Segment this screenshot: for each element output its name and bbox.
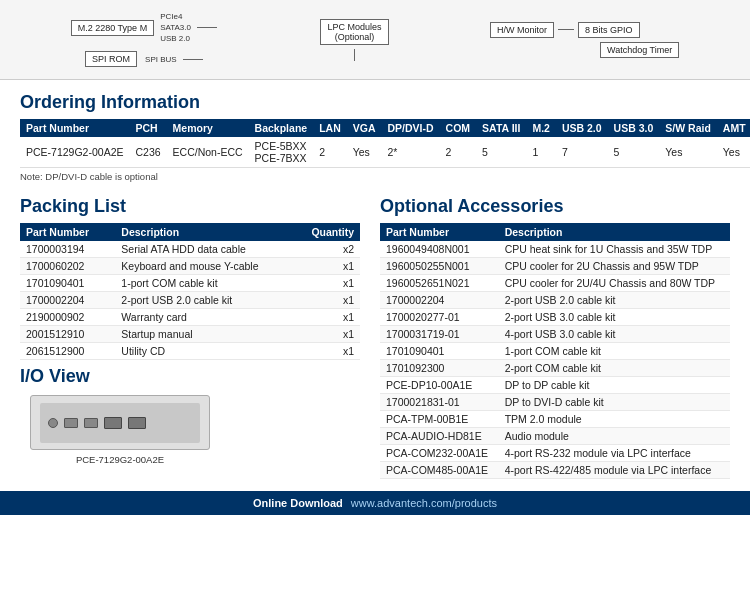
packing-row: 1700003194Serial ATA HDD data cablex2 (20, 241, 360, 258)
ordering-header-row: Part Number PCH Memory Backplane LAN VGA… (20, 119, 750, 137)
ordering-cell-13: Yes (717, 137, 750, 168)
packing-header-row: Part Number Description Quantity (20, 223, 360, 241)
optional-cell-part_number: PCA-TPM-00B1E (380, 411, 499, 428)
packing-col-qty: Quantity (305, 223, 360, 241)
ordering-col-amt: AMT (717, 119, 750, 137)
packing-col-desc: Description (115, 223, 305, 241)
ordering-col-backplane: Backplane (249, 119, 314, 137)
ordering-cell-0: PCE-7129G2-00A2E (20, 137, 129, 168)
packing-cell-quantity: x1 (305, 343, 360, 360)
optional-cell-description: 4-port USB 3.0 cable kit (499, 326, 730, 343)
io-port-4 (128, 417, 146, 429)
ordering-col-pch: PCH (129, 119, 166, 137)
footer-online-label: Online Download (253, 497, 343, 509)
ordering-col-part: Part Number (20, 119, 129, 137)
optional-cell-part_number: PCA-COM485-00A1E (380, 462, 499, 479)
io-port-2 (84, 418, 98, 428)
io-image-box: PCE-7129G2-00A2E (20, 395, 220, 465)
optional-header-row: Part Number Description (380, 223, 730, 241)
packing-cell-part_number: 1700003194 (20, 241, 115, 258)
optional-cell-description: Audio module (499, 428, 730, 445)
optional-cell-description: 4-port RS-232 module via LPC interface (499, 445, 730, 462)
optional-row: 17010904011-port COM cable kit (380, 343, 730, 360)
optional-cell-description: CPU cooler for 2U Chassis and 95W TDP (499, 258, 730, 275)
io-image (30, 395, 210, 450)
optional-col-desc: Description (499, 223, 730, 241)
optional-cell-part_number: 1701090401 (380, 343, 499, 360)
ordering-col-sata: SATA III (476, 119, 526, 137)
optional-row: PCA-TPM-00B1ETPM 2.0 module (380, 411, 730, 428)
optional-row: 1960052651N021CPU cooler for 2U/4U Chass… (380, 275, 730, 292)
io-title: I/O View (20, 366, 360, 387)
packing-cell-part_number: 2190000902 (20, 309, 115, 326)
optional-table: Part Number Description 1960049408N001CP… (380, 223, 730, 479)
footer-url: www.advantech.com/products (351, 497, 497, 509)
optional-cell-description: 2-port USB 2.0 cable kit (499, 292, 730, 309)
packing-cell-part_number: 2061512900 (20, 343, 115, 360)
optional-cell-part_number: 1700002204 (380, 292, 499, 309)
diagram-area: M.2 2280 Type M PCIe4 SATA3.0 USB 2.0 SP… (0, 0, 750, 80)
ordering-col-m2: M.2 (526, 119, 556, 137)
packing-cell-description: Serial ATA HDD data cable (115, 241, 305, 258)
optional-cell-description: 2-port COM cable kit (499, 360, 730, 377)
optional-col: Optional Accessories Part Number Descrip… (380, 196, 730, 479)
ordering-cell-5: Yes (347, 137, 382, 168)
packing-cell-description: Keyboard and mouse Y-cable (115, 258, 305, 275)
packing-cell-quantity: x2 (305, 241, 360, 258)
ordering-col-swraid: S/W Raid (659, 119, 717, 137)
optional-row: 1700020277-012-port USB 3.0 cable kit (380, 309, 730, 326)
optional-cell-part_number: PCA-AUDIO-HD81E (380, 428, 499, 445)
packing-row: 2061512900Utility CDx1 (20, 343, 360, 360)
packing-cell-quantity: x1 (305, 292, 360, 309)
ordering-cell-3: PCE-5BXXPCE-7BXX (249, 137, 314, 168)
optional-cell-part_number: 1960049408N001 (380, 241, 499, 258)
optional-row: 1960050255N001CPU cooler for 2U Chassis … (380, 258, 730, 275)
diag-left-group: M.2 2280 Type M PCIe4 SATA3.0 USB 2.0 SP… (71, 12, 219, 67)
ordering-col-com: COM (440, 119, 477, 137)
packing-cell-quantity: x1 (305, 309, 360, 326)
diag-box-lpc: LPC Modules(Optional) (320, 19, 388, 45)
packing-cell-part_number: 1700060202 (20, 258, 115, 275)
ordering-cell-2: ECC/Non-ECC (167, 137, 249, 168)
ordering-note: Note: DP/DVI-D cable is optional (20, 171, 730, 182)
optional-cell-part_number: PCA-COM232-00A1E (380, 445, 499, 462)
ordering-table: Part Number PCH Memory Backplane LAN VGA… (20, 119, 750, 168)
two-col-layout: Packing List Part Number Description Qua… (20, 196, 730, 479)
io-port-vga (48, 418, 58, 428)
optional-cell-part_number: PCE-DP10-00A1E (380, 377, 499, 394)
optional-row: 1700021831-01DP to DVI-D cable kit (380, 394, 730, 411)
ordering-cell-10: 7 (556, 137, 608, 168)
packing-cell-quantity: x1 (305, 326, 360, 343)
optional-cell-part_number: 1701092300 (380, 360, 499, 377)
ordering-col-dpdvid: DP/DVI-D (382, 119, 440, 137)
optional-row: PCA-AUDIO-HD81EAudio module (380, 428, 730, 445)
packing-cell-quantity: x1 (305, 275, 360, 292)
optional-cell-description: 2-port USB 3.0 cable kit (499, 309, 730, 326)
ordering-cell-8: 5 (476, 137, 526, 168)
optional-row: 1960049408N001CPU heat sink for 1U Chass… (380, 241, 730, 258)
ordering-cell-12: Yes (659, 137, 717, 168)
packing-row: 2190000902Warranty cardx1 (20, 309, 360, 326)
packing-cell-quantity: x1 (305, 258, 360, 275)
ordering-col-memory: Memory (167, 119, 249, 137)
packing-row: 17010904011-port COM cable kitx1 (20, 275, 360, 292)
optional-cell-part_number: 1960052651N021 (380, 275, 499, 292)
optional-cell-description: 1-port COM cable kit (499, 343, 730, 360)
packing-row: 17000022042-port USB 2.0 cable kitx1 (20, 292, 360, 309)
optional-cell-description: CPU cooler for 2U/4U Chassis and 80W TDP (499, 275, 730, 292)
optional-cell-description: TPM 2.0 module (499, 411, 730, 428)
optional-row: 1700031719-014-port USB 3.0 cable kit (380, 326, 730, 343)
packing-cell-part_number: 1700002204 (20, 292, 115, 309)
optional-cell-description: DP to DVI-D cable kit (499, 394, 730, 411)
optional-cell-part_number: 1960050255N001 (380, 258, 499, 275)
packing-cell-description: Startup manual (115, 326, 305, 343)
io-image-inner (40, 403, 200, 443)
optional-cell-part_number: 1700020277-01 (380, 309, 499, 326)
optional-title: Optional Accessories (380, 196, 730, 217)
ordering-cell-11: 5 (608, 137, 660, 168)
ordering-col-usb30: USB 3.0 (608, 119, 660, 137)
ordering-row: PCE-7129G2-00A2EC236ECC/Non-ECCPCE-5BXXP… (20, 137, 750, 168)
optional-row: 17010923002-port COM cable kit (380, 360, 730, 377)
diag-box-m2: M.2 2280 Type M (71, 20, 154, 36)
diagram-placeholder: M.2 2280 Type M PCIe4 SATA3.0 USB 2.0 SP… (20, 5, 730, 75)
